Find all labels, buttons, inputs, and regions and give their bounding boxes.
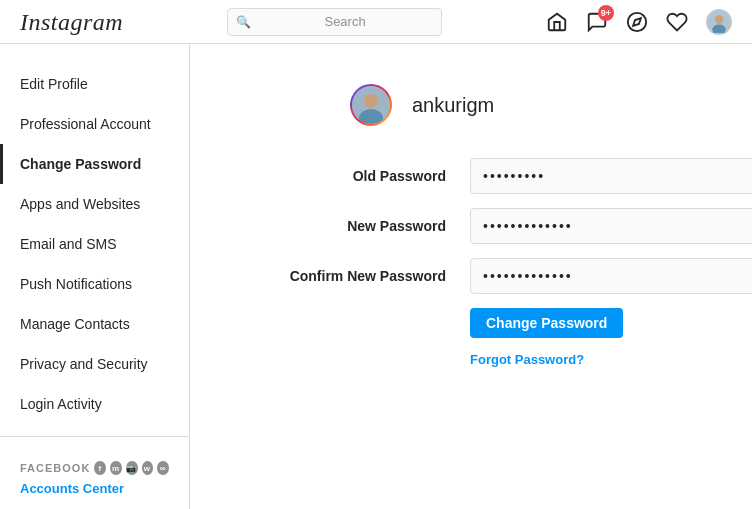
whatsapp-icon: w — [142, 461, 154, 475]
facebook-label: FACEBOOK f m 📷 w ∞ — [20, 461, 169, 475]
heart-icon[interactable] — [666, 11, 688, 33]
profile-avatar-inner — [352, 86, 390, 124]
sidebar-item-push-notifications[interactable]: Push Notifications — [0, 264, 189, 304]
confirm-password-input[interactable] — [470, 258, 752, 294]
sidebar-item-professional-account[interactable]: Professional Account — [0, 104, 189, 144]
sidebar-item-privacy-and-security[interactable]: Privacy and Security — [0, 344, 189, 384]
search-input[interactable] — [257, 14, 433, 29]
header: Instagram 🔍 9+ — [0, 0, 752, 44]
change-password-button[interactable]: Change Password — [470, 308, 623, 338]
svg-marker-1 — [633, 18, 641, 26]
old-password-row: Old Password — [250, 158, 752, 194]
profile-avatar — [350, 84, 392, 126]
svg-point-0 — [628, 12, 646, 30]
sidebar-item-change-password[interactable]: Change Password — [0, 144, 189, 184]
profile-avatar-icon[interactable] — [706, 9, 732, 35]
sidebar-item-apps-and-websites[interactable]: Apps and Websites — [0, 184, 189, 224]
page-wrap: Edit Profile Professional Account Change… — [0, 44, 752, 509]
search-area: 🔍 — [123, 8, 546, 36]
form-actions: Change Password Forgot Password? — [470, 308, 752, 367]
username: ankurigm — [412, 94, 494, 117]
sidebar-footer: FACEBOOK f m 📷 w ∞ Accounts Center — [0, 449, 189, 508]
explore-icon[interactable] — [626, 11, 648, 33]
confirm-password-row: Confirm New Password — [250, 258, 752, 294]
search-icon: 🔍 — [236, 15, 251, 29]
main-content: ankurigm Old Password New Password Confi… — [190, 44, 752, 509]
sidebar-item-login-activity[interactable]: Login Activity — [0, 384, 189, 424]
oculus-icon: ∞ — [157, 461, 169, 475]
activity-badge: 9+ — [598, 5, 614, 21]
old-password-label: Old Password — [250, 167, 470, 185]
sidebar-item-manage-contacts[interactable]: Manage Contacts — [0, 304, 189, 344]
forgot-password-link[interactable]: Forgot Password? — [470, 352, 584, 367]
new-password-label: New Password — [250, 217, 470, 235]
new-password-input[interactable] — [470, 208, 752, 244]
old-password-input[interactable] — [470, 158, 752, 194]
logo-text: Instagram — [20, 9, 123, 35]
sidebar-divider — [0, 436, 189, 437]
activity-icon[interactable]: 9+ — [586, 11, 608, 33]
messenger-icon: m — [110, 461, 122, 475]
svg-point-3 — [715, 15, 723, 23]
home-icon[interactable] — [546, 11, 568, 33]
confirm-password-label: Confirm New Password — [250, 267, 470, 285]
facebook-icon: f — [94, 461, 106, 475]
svg-point-6 — [364, 94, 378, 108]
accounts-center-link[interactable]: Accounts Center — [20, 481, 169, 496]
sidebar-item-edit-profile[interactable]: Edit Profile — [0, 64, 189, 104]
profile-header: ankurigm — [350, 84, 752, 126]
sidebar-item-email-and-sms[interactable]: Email and SMS — [0, 224, 189, 264]
sidebar: Edit Profile Professional Account Change… — [0, 44, 190, 509]
instagram-icon: 📷 — [126, 461, 138, 475]
confirm-password-label-text: Confirm New Password — [290, 268, 446, 284]
header-icons: 9+ — [546, 9, 732, 35]
logo: Instagram — [20, 7, 123, 37]
new-password-row: New Password — [250, 208, 752, 244]
search-box[interactable]: 🔍 — [227, 8, 442, 36]
facebook-text: FACEBOOK — [20, 462, 90, 474]
